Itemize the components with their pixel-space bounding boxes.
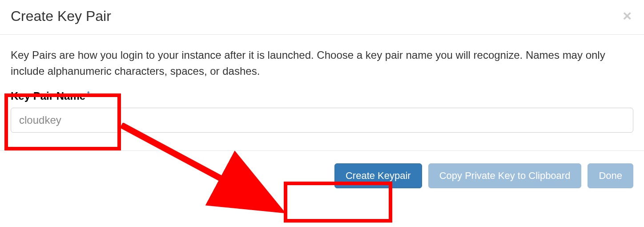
keypair-description: Key Pairs are how you login to your inst… <box>11 47 633 79</box>
modal-body: Key Pairs are how you login to your inst… <box>0 35 644 150</box>
done-button[interactable]: Done <box>588 163 633 188</box>
required-asterisk: * <box>87 90 89 97</box>
copy-private-key-button[interactable]: Copy Private Key to Clipboard <box>428 163 582 188</box>
keypair-name-label: Key Pair Name* <box>11 90 90 102</box>
modal-header: Create Key Pair × <box>0 0 644 35</box>
field-label-text: Key Pair Name <box>11 90 85 102</box>
keypair-name-group: Key Pair Name* <box>11 90 633 133</box>
keypair-name-input[interactable] <box>11 108 633 133</box>
close-icon[interactable]: × <box>621 8 633 23</box>
modal-title: Create Key Pair <box>11 8 111 24</box>
create-keypair-button[interactable]: Create Keypair <box>334 163 422 188</box>
modal-footer: Create Keypair Copy Private Key to Clipb… <box>0 150 644 196</box>
create-keypair-modal: Create Key Pair × Key Pairs are how you … <box>0 0 644 196</box>
